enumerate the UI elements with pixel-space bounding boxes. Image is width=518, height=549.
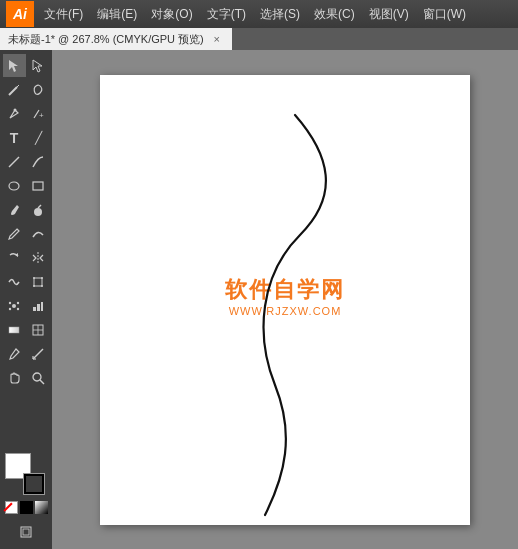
tab-label: 未标题-1* @ 267.8% (CMYK/GPU 预览) (8, 32, 204, 47)
stroke-swatch[interactable] (23, 473, 45, 495)
ai-logo: Ai (6, 1, 34, 27)
toolbar: + T ╱ (0, 50, 52, 549)
tool-row-brush (0, 198, 52, 221)
free-transform-tool[interactable] (27, 270, 50, 293)
svg-point-20 (17, 301, 19, 303)
warp-tool[interactable] (3, 270, 26, 293)
svg-marker-1 (33, 60, 42, 72)
black-swatch[interactable] (20, 501, 33, 514)
svg-line-6 (9, 157, 19, 167)
magic-wand-tool[interactable] (3, 78, 26, 101)
main-layout: + T ╱ (0, 50, 518, 549)
menu-file[interactable]: 文件(F) (38, 4, 89, 25)
menu-view[interactable]: 视图(V) (363, 4, 415, 25)
eyedropper-tool[interactable] (3, 342, 26, 365)
active-tab[interactable]: 未标题-1* @ 267.8% (CMYK/GPU 预览) × (0, 28, 232, 50)
tool-row-rotate (0, 246, 52, 269)
ellipse-tool[interactable] (3, 174, 26, 197)
direct-select-tool[interactable] (27, 54, 50, 77)
svg-marker-0 (9, 60, 18, 72)
tabbar: 未标题-1* @ 267.8% (CMYK/GPU 预览) × (0, 28, 518, 50)
svg-line-3 (17, 85, 19, 87)
svg-text:+: + (39, 111, 44, 120)
menu-effect[interactable]: 效果(C) (308, 4, 361, 25)
rect-tool[interactable] (27, 174, 50, 197)
pencil-tool[interactable] (3, 222, 26, 245)
svg-point-17 (41, 285, 43, 287)
none-swatch[interactable] (5, 501, 18, 514)
artboard-tool[interactable] (15, 520, 38, 543)
menu-select[interactable]: 选择(S) (254, 4, 306, 25)
mesh-tool[interactable] (27, 318, 50, 341)
tool-row-hand (0, 366, 52, 389)
svg-point-16 (33, 285, 35, 287)
smooth-tool[interactable] (27, 222, 50, 245)
rotate-tool[interactable] (3, 246, 26, 269)
titlebar: Ai 文件(F) 编辑(E) 对象(O) 文字(T) 选择(S) 效果(C) 视… (0, 0, 518, 28)
reflect-tool[interactable] (27, 246, 50, 269)
svg-point-34 (33, 373, 41, 381)
svg-line-10 (38, 205, 41, 208)
svg-rect-24 (37, 304, 40, 311)
gradient-tool[interactable] (3, 318, 26, 341)
paintbrush-tool[interactable] (3, 198, 26, 221)
svg-rect-13 (34, 278, 42, 286)
svg-rect-23 (33, 307, 36, 311)
line-tool[interactable] (3, 150, 26, 173)
svg-point-7 (9, 182, 19, 190)
pen-tool[interactable] (3, 102, 26, 125)
symbol-tool[interactable] (3, 294, 26, 317)
tool-row-warp (0, 270, 52, 293)
mini-swatches (5, 501, 48, 514)
svg-rect-37 (23, 529, 29, 535)
artboard: 软件自学网 WWW.RJZXW.COM (100, 75, 470, 525)
svg-rect-8 (33, 182, 43, 190)
lasso-tool[interactable] (27, 78, 50, 101)
tool-row-pen: + (0, 102, 52, 125)
svg-line-35 (40, 380, 44, 384)
column-graph-tool[interactable] (27, 294, 50, 317)
svg-point-18 (12, 304, 16, 308)
tool-row-pencil (0, 222, 52, 245)
hand-tool[interactable] (3, 366, 26, 389)
svg-line-2 (9, 87, 17, 95)
tool-row-bottom (0, 520, 52, 543)
vertical-type-tool[interactable]: ╱ (27, 126, 50, 149)
svg-rect-26 (9, 327, 19, 333)
type-tool[interactable]: T (3, 126, 26, 149)
menu-bar: 文件(F) 编辑(E) 对象(O) 文字(T) 选择(S) 效果(C) 视图(V… (38, 4, 512, 25)
tab-close-button[interactable]: × (210, 32, 224, 46)
menu-window[interactable]: 窗口(W) (417, 4, 472, 25)
add-anchor-tool[interactable]: + (27, 102, 50, 125)
tool-row-eye (0, 342, 52, 365)
tool-row-type: T ╱ (0, 126, 52, 149)
color-swatches (1, 447, 52, 520)
svg-point-4 (14, 108, 17, 111)
menu-text[interactable]: 文字(T) (201, 4, 252, 25)
svg-rect-36 (21, 527, 31, 537)
svg-line-31 (33, 349, 43, 359)
menu-object[interactable]: 对象(O) (145, 4, 198, 25)
svg-line-30 (17, 350, 18, 351)
svg-point-19 (9, 301, 11, 303)
tool-row-line (0, 150, 52, 173)
arc-tool[interactable] (27, 150, 50, 173)
zoom-tool[interactable] (27, 366, 50, 389)
svg-point-14 (33, 277, 35, 279)
tool-row-1 (0, 54, 52, 77)
gradient-swatch[interactable] (35, 501, 48, 514)
svg-point-15 (41, 277, 43, 279)
menu-edit[interactable]: 编辑(E) (91, 4, 143, 25)
measure-tool[interactable] (27, 342, 50, 365)
tool-row-symbol (0, 294, 52, 317)
canvas-area: 软件自学网 WWW.RJZXW.COM (52, 50, 518, 549)
blob-brush-tool[interactable] (27, 198, 50, 221)
swatch-area (5, 453, 47, 495)
svg-point-22 (17, 307, 19, 309)
select-tool[interactable] (3, 54, 26, 77)
svg-rect-25 (41, 302, 43, 311)
tool-row-shape (0, 174, 52, 197)
tool-row-slice (0, 318, 52, 341)
svg-point-21 (9, 307, 11, 309)
tool-row-2 (0, 78, 52, 101)
